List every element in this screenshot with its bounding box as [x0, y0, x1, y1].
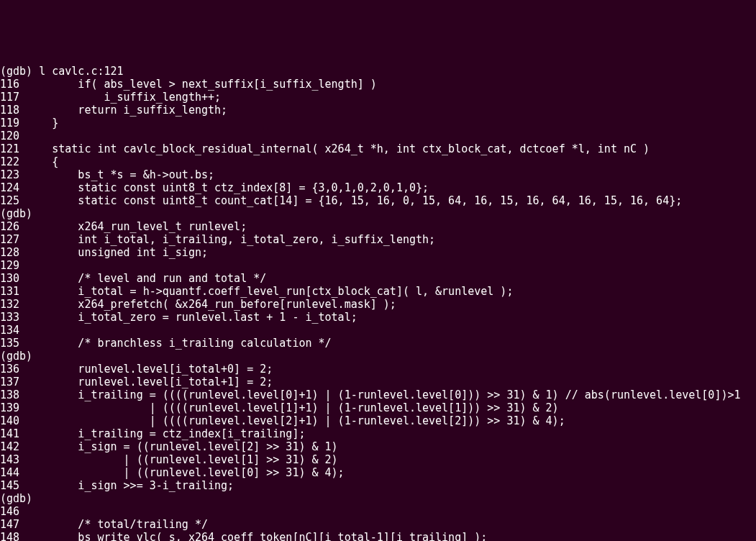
terminal-line: 139 | ((((runlevel.level[1]+1) | (1-runl…	[0, 401, 756, 414]
terminal-line: 140 | ((((runlevel.level[2]+1) | (1-runl…	[0, 414, 756, 427]
terminal-line: 143 | ((runlevel.level[1] >> 31) & 2)	[0, 453, 756, 466]
terminal-line: 141 i_trailing = ctz_index[i_trailing];	[0, 427, 756, 440]
terminal-line: 116 if( abs_level > next_suffix[i_suffix…	[0, 78, 756, 91]
terminal-line: (gdb)	[0, 350, 756, 363]
terminal-line: 117 i_suffix_length++;	[0, 91, 756, 104]
terminal-line: 138 i_trailing = ((((runlevel.level[0]+1…	[0, 388, 756, 401]
terminal-line: 142 i_sign = ((runlevel.level[2] >> 31) …	[0, 440, 756, 453]
terminal-line: (gdb)	[0, 207, 756, 220]
terminal-line: 119 }	[0, 117, 756, 129]
terminal-line: 147 /* total/trailing */	[0, 518, 756, 531]
terminal-line: 144 | ((runlevel.level[0] >> 31) & 4);	[0, 466, 756, 479]
terminal-line: 124 static const uint8_t ctz_index[8] = …	[0, 181, 756, 194]
terminal-line: 131 i_total = h->quantf.coeff_level_run[…	[0, 285, 756, 298]
terminal-line: 135 /* branchless i_trailing calculation…	[0, 337, 756, 350]
terminal-line: 132 x264_prefetch( &x264_run_before[runl…	[0, 298, 756, 311]
terminal-line: 125 static const uint8_t count_cat[14] =…	[0, 194, 756, 207]
terminal-line: 121 static int cavlc_block_residual_inte…	[0, 142, 756, 155]
terminal-line: 122 {	[0, 155, 756, 168]
terminal-line: 130 /* level and run and total */	[0, 272, 756, 285]
terminal-line: 146	[0, 505, 756, 518]
terminal-line: 134	[0, 324, 756, 337]
terminal-line: 137 runlevel.level[i_total+1] = 2;	[0, 376, 756, 388]
terminal-line: 129	[0, 259, 756, 272]
terminal-line: 120	[0, 129, 756, 142]
terminal-line: 148 bs_write_vlc( s, x264_coeff_token[nC…	[0, 531, 756, 541]
terminal-line: 127 int i_total, i_trailing, i_total_zer…	[0, 233, 756, 246]
terminal-line: (gdb)	[0, 492, 756, 505]
terminal-line: 128 unsigned int i_sign;	[0, 246, 756, 259]
terminal-line: 145 i_sign >>= 3-i_trailing;	[0, 479, 756, 492]
terminal-line: 126 x264_run_level_t runlevel;	[0, 220, 756, 233]
terminal-line: 123 bs_t *s = &h->out.bs;	[0, 168, 756, 181]
terminal-line: 136 runlevel.level[i_total+0] = 2;	[0, 363, 756, 376]
terminal-line: (gdb) l cavlc.c:121	[0, 65, 756, 78]
gdb-terminal[interactable]: (gdb) l cavlc.c:121116 if( abs_level > n…	[0, 65, 756, 541]
terminal-line: 118 return i_suffix_length;	[0, 104, 756, 117]
terminal-line: 133 i_total_zero = runlevel.last + 1 - i…	[0, 311, 756, 324]
